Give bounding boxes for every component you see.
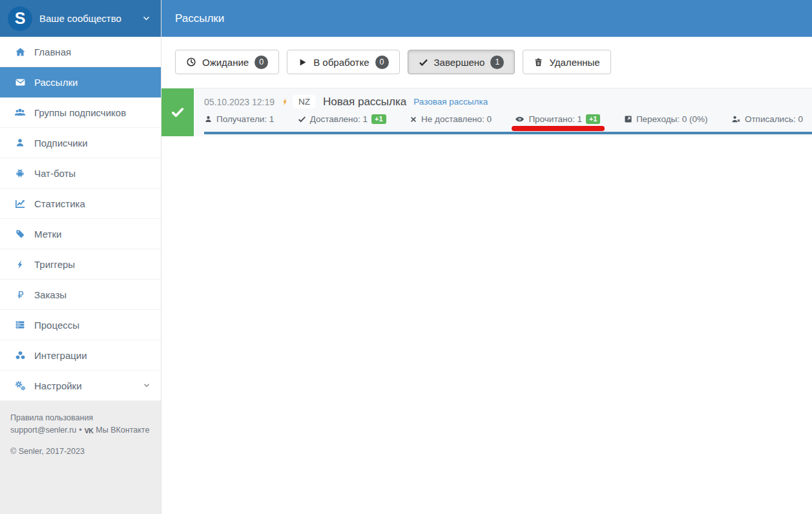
x-icon (410, 116, 417, 123)
filter-count-badge: 0 (255, 56, 268, 69)
stat-text: Не доставлено: 0 (421, 114, 492, 124)
check-icon (419, 57, 428, 67)
sidebar-item-label: Метки (34, 229, 61, 240)
sidebar-item-label: Триггеры (34, 259, 75, 270)
sidebar-item-settings[interactable]: Настройки (0, 371, 161, 401)
stat-unsubscribed: Отписались: 0 (731, 114, 803, 124)
vk-community-link[interactable]: Мы ВКонтакте (96, 424, 149, 437)
stat-text: Получатели: 1 (216, 114, 274, 124)
sidebar-item-orders[interactable]: Заказы (0, 280, 161, 310)
envelope-icon (13, 77, 27, 88)
copyright: © Senler, 2017-2023 (10, 446, 151, 458)
external-link-icon (624, 115, 632, 123)
mailing-stats: Получатели: 1 Доставлено: 1 +1 Не достав… (204, 114, 803, 124)
sidebar-menu: Главная Рассылки Группы подписчиков Подп… (0, 37, 161, 401)
sidebar-item-label: Заказы (34, 289, 67, 300)
eye-icon (515, 114, 525, 124)
support-email-link[interactable]: support@senler.ru (10, 424, 76, 437)
sidebar-item-processes[interactable]: Процессы (0, 310, 161, 340)
mailing-row[interactable]: 05.10.2023 12:19 NZ Новая рассылка Разов… (161, 88, 812, 136)
user-icon (204, 115, 213, 123)
sidebar-item-label: Подписчики (34, 138, 88, 149)
mailing-datetime: 05.10.2023 12:19 (204, 97, 275, 107)
mailing-badge: NZ (293, 95, 316, 108)
sidebar-item-label: Процессы (34, 320, 79, 331)
play-icon (298, 57, 307, 67)
delta-badge: +1 (371, 114, 386, 124)
cubes-icon (13, 350, 27, 361)
stat-delivered: Доставлено: 1 +1 (298, 114, 386, 124)
user-icon (13, 138, 27, 148)
chevron-down-icon (142, 14, 151, 23)
filter-completed-button[interactable]: Завершено 1 (408, 50, 515, 74)
bolt-icon (13, 260, 27, 269)
stat-recipients: Получатели: 1 (204, 114, 274, 124)
clock-icon (186, 57, 196, 67)
filter-processing-button[interactable]: В обработке 0 (287, 50, 399, 74)
delta-badge: +1 (586, 114, 601, 124)
filter-label: Удаленные (549, 57, 599, 68)
footer-separator: • (79, 424, 81, 437)
chevron-down-icon (143, 382, 151, 389)
sidebar-item-label: Статистика (34, 198, 85, 209)
sidebar-item-label: Чат-боты (34, 168, 76, 179)
stat-read: Прочитано: 1 +1 (515, 114, 600, 124)
page-title: Рассылки (175, 12, 224, 25)
sidebar-item-label: Интеграции (34, 350, 87, 361)
senler-logo-icon: S (8, 6, 32, 31)
sidebar-item-subscribers[interactable]: Подписчики (0, 128, 161, 158)
stat-text: Переходы: 0 (0%) (636, 114, 708, 124)
user-x-icon (731, 114, 741, 124)
tag-icon (13, 229, 27, 239)
filter-label: Завершено (434, 57, 485, 68)
sidebar-footer: Правила пользования support@senler.ru • … (0, 401, 161, 458)
sidebar-item-integrations[interactable]: Интеграции (0, 340, 161, 371)
stat-text: Отписались: 0 (745, 114, 803, 124)
sidebar-item-statistics[interactable]: Статистика (0, 189, 161, 219)
stat-text: Прочитано: 1 (528, 114, 582, 124)
sidebar-item-label: Настройки (34, 380, 82, 391)
community-name: Ваше сообщество (39, 13, 121, 24)
stat-text: Доставлено: 1 (310, 114, 368, 124)
home-icon (13, 46, 27, 57)
mailing-title: Новая рассылка (323, 96, 406, 108)
sidebar-item-mailings[interactable]: Рассылки (0, 67, 161, 98)
tasks-icon (13, 320, 27, 330)
delivery-progress-bar (204, 132, 812, 134)
chart-line-icon (13, 198, 27, 209)
filter-label: Ожидание (202, 57, 249, 68)
sidebar-item-label: Группы подписчиков (34, 107, 126, 118)
filter-count-badge: 0 (375, 56, 389, 69)
filter-count-badge: 1 (490, 56, 504, 69)
sidebar-item-subscriber-groups[interactable]: Группы подписчиков (0, 98, 161, 128)
rules-link[interactable]: Правила пользования (10, 412, 151, 424)
mailing-status-completed (161, 88, 194, 136)
status-filter-bar: Ожидание 0 В обработке 0 Завершено 1 Уда… (175, 50, 798, 74)
ruble-icon (13, 290, 27, 300)
sidebar-item-tags[interactable]: Метки (0, 219, 161, 249)
sidebar-item-chatbots[interactable]: Чат-боты (0, 158, 161, 189)
community-switcher[interactable]: S Ваше сообщество (0, 0, 161, 37)
topbar: Рассылки (161, 0, 812, 37)
lightning-icon (281, 98, 289, 106)
sidebar-item-triggers[interactable]: Триггеры (0, 249, 161, 280)
check-icon (298, 115, 306, 123)
users-icon (13, 107, 27, 118)
filter-pending-button[interactable]: Ожидание 0 (175, 50, 279, 74)
mailing-body: 05.10.2023 12:19 NZ Новая рассылка Разов… (194, 88, 812, 136)
trash-icon (534, 57, 543, 67)
mailing-type-link[interactable]: Разовая рассылка (413, 97, 488, 107)
sidebar: S Ваше сообщество Главная Рассылки Групп… (0, 0, 161, 514)
main-area: Рассылки Ожидание 0 В обработке 0 Заверш… (161, 0, 812, 514)
vk-icon: VK (85, 426, 94, 436)
sidebar-item-home[interactable]: Главная (0, 37, 161, 67)
check-icon (171, 105, 185, 119)
sidebar-item-label: Главная (34, 46, 71, 57)
stat-not-delivered: Не доставлено: 0 (410, 114, 492, 124)
red-underline-annotation (512, 126, 605, 131)
filter-label: В обработке (313, 57, 369, 68)
gears-icon (13, 380, 27, 391)
filter-deleted-button[interactable]: Удаленные (523, 50, 610, 74)
robot-icon (13, 168, 27, 178)
sidebar-item-label: Рассылки (34, 77, 78, 88)
